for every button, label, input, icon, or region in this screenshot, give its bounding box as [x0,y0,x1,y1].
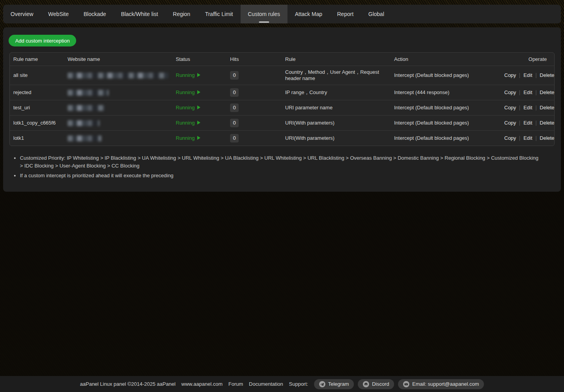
play-icon[interactable] [197,121,200,125]
header-status: Status [176,56,230,62]
tab-label: Report [337,11,353,17]
hits-badge[interactable]: 0 [230,119,239,127]
email-button[interactable]: Email: support@aapanel.com [398,379,484,389]
website-name-redacted [68,135,102,141]
tab-report[interactable]: Report [330,5,361,23]
tab-traffic-limit[interactable]: Traffic Limit [198,5,241,23]
play-icon[interactable] [197,105,200,109]
operate-divider [536,73,536,78]
tab-custom-rules[interactable]: Custom rules [241,5,287,23]
delete-link[interactable]: Delete [540,72,555,78]
play-icon[interactable] [197,73,200,77]
operate-divider [519,73,520,78]
tab-attack-map[interactable]: Attack Map [287,5,330,23]
website-name-cell [68,102,176,114]
copy-link[interactable]: Copy [504,120,516,126]
tab-label: Black/White list [121,11,158,17]
action-cell: Intercept (Default blocked pages) [394,69,504,82]
header-website-name: Website name [68,56,176,62]
delete-link[interactable]: Delete [540,89,555,96]
edit-link[interactable]: Edit [523,89,532,96]
header-action: Action [394,56,504,62]
page: OverviewWebSiteBlockadeBlack/White listR… [0,0,564,392]
status-cell: Running [176,117,230,129]
operate-divider [536,136,536,141]
tab-black-white-list[interactable]: Black/White list [114,5,166,23]
support-buttons: TelegramDiscordEmail: support@aapanel.co… [314,379,484,389]
operate-divider [519,121,520,126]
rule-name-cell: rejected [13,86,68,99]
header-rule-name: Rule name [13,56,68,62]
status-running-label: Running [176,89,195,95]
operate-cell: Copy Edit Delete [504,102,554,114]
hits-cell: 0 [230,85,285,100]
discord-icon [363,381,369,387]
telegram-icon [319,381,325,387]
tab-label: Blockade [84,11,106,17]
copy-link[interactable]: Copy [504,89,516,96]
website-name-redacted [68,120,100,126]
rule-spec-cell: URI parameter name [285,102,394,114]
operate-cell: Copy Edit Delete [504,132,554,144]
operate-divider [536,121,536,126]
tab-overview[interactable]: Overview [3,5,41,23]
operate-cell: Copy Edit Delete [504,86,554,99]
tab-region[interactable]: Region [166,5,198,23]
delete-link[interactable]: Delete [540,120,555,126]
edit-link[interactable]: Edit [523,105,532,111]
operate-divider [519,90,520,95]
rule-name-cell: test_uri [13,102,68,114]
rule-spec-cell: IP range，Country [285,86,394,99]
status-running-label: Running [176,72,195,78]
delete-link[interactable]: Delete [540,105,555,111]
copy-link[interactable]: Copy [504,135,516,141]
copy-link[interactable]: Copy [504,105,516,111]
telegram-button[interactable]: Telegram [314,379,354,389]
rule-name-cell: lotk1 [13,132,68,144]
forum-link[interactable]: Forum [228,381,243,387]
status-running-label: Running [176,135,195,141]
hits-badge[interactable]: 0 [230,71,239,80]
table-row: rejected Running 0 IP range，Country Inte… [10,85,554,100]
play-icon[interactable] [197,90,200,94]
tab-label: Traffic Limit [205,11,233,17]
note-priority: Customized Priority: IP Whitelisting > I… [13,154,541,170]
action-cell: Intercept (444 response) [394,86,504,99]
tab-global[interactable]: Global [361,5,391,23]
action-cell: Intercept (Default blocked pages) [394,117,504,129]
table-row: all site Running 0 Country，Method，User A… [10,66,554,85]
custom-rules-panel: Add custom interception Rule name Websit… [3,27,561,192]
tab-blockade[interactable]: Blockade [76,5,114,23]
tab-website[interactable]: WebSite [41,5,76,23]
rule-spec-cell: Country，Method，User Agent，Request header… [285,66,394,85]
email-icon [403,381,409,387]
table-body: all site Running 0 Country，Method，User A… [10,66,554,146]
delete-link[interactable]: Delete [540,135,555,141]
header-operate: Operate [528,56,551,62]
edit-link[interactable]: Edit [523,72,532,78]
table-row: lotk1 Running 0 URI(With parameters) Int… [10,130,554,146]
note-precedence: If a custom intercept is prioritized ahe… [13,172,541,180]
status-cell: Running [176,102,230,114]
status-running-label: Running [176,120,195,126]
website-name-redacted [68,105,105,111]
website-name-cell [68,86,176,99]
action-cell: Intercept (Default blocked pages) [394,132,504,144]
copyright-text: aaPanel Linux panel ©2014-2025 aaPanel [80,381,176,387]
tab-label: WebSite [48,11,69,17]
pill-label: Discord [372,381,389,387]
hits-badge[interactable]: 0 [230,88,239,97]
copy-link[interactable]: Copy [504,72,516,78]
play-icon[interactable] [197,136,200,140]
discord-button[interactable]: Discord [358,379,394,389]
rule-name-cell: lotk1_copy_c665f6 [13,117,68,129]
website-link[interactable]: www.aapanel.com [181,381,223,387]
edit-link[interactable]: Edit [523,135,532,141]
add-custom-interception-button[interactable]: Add custom interception [9,35,76,46]
table-header-row: Rule name Website name Status Hits Rule … [10,53,554,66]
hits-badge[interactable]: 0 [230,134,239,143]
top-nav: OverviewWebSiteBlockadeBlack/White listR… [3,5,561,23]
documentation-link[interactable]: Documentation [249,381,283,387]
edit-link[interactable]: Edit [523,120,532,126]
hits-badge[interactable]: 0 [230,103,239,112]
